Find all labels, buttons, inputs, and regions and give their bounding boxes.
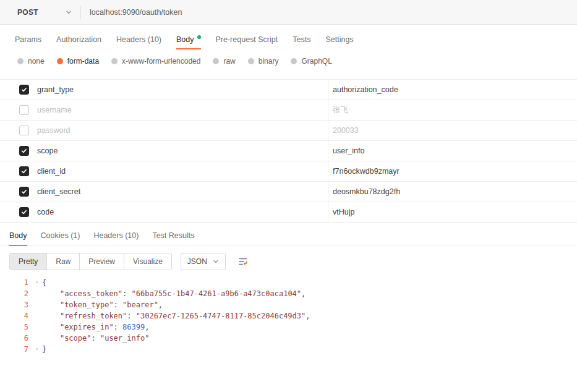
fold-toggle <box>32 299 42 310</box>
form-data-table: grant_typeauthorization_codeusername张飞pa… <box>0 79 577 223</box>
request-tabs: ParamsAuthorizationHeaders (10)BodyPre-r… <box>0 28 577 51</box>
body-mode-binary[interactable]: binary <box>248 57 279 66</box>
view-mode-raw[interactable]: Raw <box>47 254 80 270</box>
request-tab-pre-request-script[interactable]: Pre-request Script <box>216 28 278 51</box>
token-str: "bearer" <box>122 300 158 309</box>
fold-toggle <box>32 288 42 299</box>
form-data-row: client_secretdeosmkbu78zdg2fh <box>0 182 577 202</box>
form-value-cell[interactable]: 200033 <box>328 121 577 140</box>
row-checkbox[interactable] <box>19 146 29 156</box>
code-line: 7▾} <box>0 344 577 355</box>
token-ws <box>42 300 60 309</box>
response-tab-test-results[interactable]: Test Results <box>152 225 194 245</box>
form-key-cell[interactable]: code <box>37 202 328 222</box>
line-number: 1 <box>0 277 32 288</box>
request-tab-body[interactable]: Body <box>176 28 201 51</box>
form-key-cell[interactable]: client_id <box>37 161 328 181</box>
fold-toggle[interactable]: ▾ <box>32 277 42 288</box>
token-punc: , <box>158 300 163 309</box>
chevron-down-icon <box>213 258 219 265</box>
url-bar: POST <box>0 0 577 25</box>
line-wrap-button[interactable] <box>236 254 250 269</box>
form-key-cell[interactable]: password <box>37 121 328 140</box>
check-icon <box>21 189 27 195</box>
row-checkbox[interactable] <box>19 207 29 217</box>
fold-toggle <box>32 333 42 344</box>
code-line: 4 "refresh_token": "30267ec7-1265-4747-8… <box>0 310 577 322</box>
response-code: 1▾{2 "access_token": "66ba755c-1b47-4261… <box>0 277 577 355</box>
form-key-cell[interactable]: scope <box>37 141 328 161</box>
radio-icon <box>111 58 118 64</box>
method-select[interactable]: POST <box>0 0 80 24</box>
form-data-row: client_idf7n6ockwdb9zmayr <box>0 161 577 182</box>
check-icon <box>21 87 27 93</box>
fold-toggle[interactable]: ▾ <box>32 344 42 355</box>
body-mode-label: none <box>28 57 45 66</box>
body-mode-raw[interactable]: raw <box>213 57 235 66</box>
row-checkbox[interactable] <box>19 187 29 197</box>
view-mode-pretty[interactable]: Pretty <box>10 254 47 270</box>
radio-icon <box>248 58 254 64</box>
request-tab-tests[interactable]: Tests <box>293 28 310 51</box>
form-value-cell[interactable]: deosmkbu78zdg2fh <box>328 182 577 202</box>
form-data-row: codevtHujp <box>0 202 577 223</box>
body-mode-x-www-form-urlencoded[interactable]: x-www-form-urlencoded <box>111 57 200 66</box>
token-str: "30267ec7-1265-4747-8117-85c2046c49d3" <box>136 312 306 320</box>
line-number: 6 <box>0 333 32 344</box>
token-punc: , <box>301 289 306 298</box>
body-mode-label: x-www-form-urlencoded <box>122 57 200 66</box>
response-tab-cookies-1[interactable]: Cookies (1) <box>41 225 80 245</box>
fold-toggle <box>32 322 42 333</box>
radio-icon <box>213 58 219 64</box>
token-ws <box>42 323 60 331</box>
token-str: "user_info" <box>100 334 149 343</box>
request-tab-label: Body <box>176 35 194 44</box>
token-punc: : <box>114 323 122 331</box>
form-key-cell[interactable]: client_secret <box>37 182 328 202</box>
request-tab-params[interactable]: Params <box>15 28 41 51</box>
token-key: "access_token" <box>60 289 122 298</box>
token-punc: : <box>91 334 100 343</box>
request-tab-authorization[interactable]: Authorization <box>56 28 101 51</box>
response-format-select[interactable]: JSON <box>181 253 226 270</box>
form-value-cell[interactable]: authorization_code <box>328 80 577 100</box>
request-tab-headers-10[interactable]: Headers (10) <box>116 28 161 51</box>
row-checkbox[interactable] <box>19 105 29 115</box>
code-line: 6 "scope": "user_info" <box>0 333 577 344</box>
response-tab-body[interactable]: Body <box>9 225 27 245</box>
view-mode-group: PrettyRawPreviewVisualize <box>9 253 172 270</box>
form-key-cell[interactable]: grant_type <box>37 80 328 100</box>
code-content: "scope": "user_info" <box>42 333 149 344</box>
line-number: 7 <box>0 344 32 355</box>
body-mode-none[interactable]: none <box>17 57 45 66</box>
form-value-cell[interactable]: user_info <box>328 141 577 161</box>
form-key-cell[interactable]: username <box>37 100 328 120</box>
row-checkbox[interactable] <box>19 85 29 95</box>
url-input[interactable] <box>81 0 577 24</box>
method-label: POST <box>17 8 38 17</box>
row-checkbox[interactable] <box>19 126 29 135</box>
token-key: "scope" <box>60 334 92 343</box>
form-value-cell[interactable]: f7n6ockwdb9zmayr <box>328 161 577 181</box>
token-punc: , <box>145 323 149 331</box>
line-number: 5 <box>0 322 32 333</box>
token-ws <box>42 289 60 298</box>
row-checkbox[interactable] <box>19 166 29 176</box>
form-value-cell[interactable]: vtHujp <box>328 202 577 222</box>
response-tab-headers-10[interactable]: Headers (10) <box>93 225 139 245</box>
request-tab-label: Pre-request Script <box>216 35 278 44</box>
view-mode-visualize[interactable]: Visualize <box>124 254 171 270</box>
line-number: 3 <box>0 299 32 310</box>
checkbox-cell <box>0 80 37 100</box>
body-mode-label: GraphQL <box>301 57 331 66</box>
form-value-cell[interactable]: 张飞 <box>328 100 577 120</box>
form-data-row: password200033 <box>0 121 577 141</box>
body-mode-form-data[interactable]: form-data <box>57 57 99 66</box>
request-tab-label: Settings <box>325 35 353 44</box>
body-mode-graphql[interactable]: GraphQL <box>291 57 331 66</box>
request-tab-settings[interactable]: Settings <box>325 28 353 51</box>
checkbox-cell <box>0 100 37 120</box>
view-mode-preview[interactable]: Preview <box>80 254 124 270</box>
code-content: "access_token": "66ba755c-1b47-4261-a9b6… <box>42 288 306 299</box>
token-punc: , <box>306 312 310 320</box>
